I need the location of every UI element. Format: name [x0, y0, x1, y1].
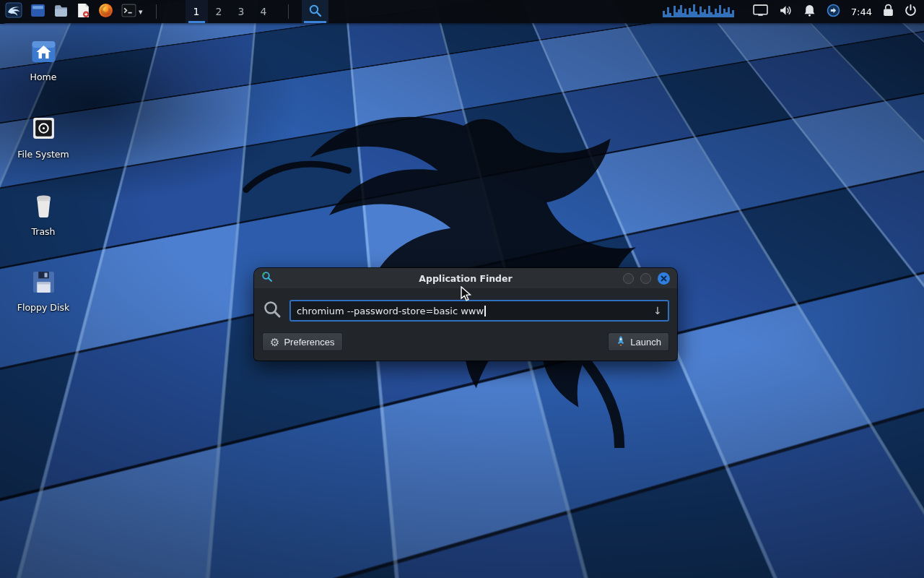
- desktop-icon-file-system[interactable]: File System: [12, 116, 75, 160]
- panel-separator: [288, 4, 289, 19]
- launcher-app-window[interactable]: [30, 0, 45, 23]
- taskbar-item-application-finder[interactable]: [302, 0, 328, 23]
- trash-icon: [32, 193, 55, 221]
- command-input[interactable]: chromium --password-store=basic www ↓: [289, 300, 669, 322]
- window-icon: [30, 3, 45, 21]
- close-button[interactable]: [658, 272, 670, 285]
- kali-logo-icon: [5, 1, 22, 22]
- chevron-down-icon[interactable]: ▾: [139, 7, 143, 17]
- home-icon: [30, 39, 57, 66]
- gear-icon: ⚙: [270, 337, 279, 348]
- preferences-button-label: Preferences: [284, 337, 334, 348]
- document-icon: [77, 3, 90, 21]
- desktop-icon-home[interactable]: Home: [12, 39, 75, 82]
- folder-icon: [53, 3, 69, 21]
- maximize-button[interactable]: [640, 273, 651, 284]
- window-title: Application Finder: [254, 273, 677, 284]
- notifications-bell-icon[interactable]: [803, 4, 816, 20]
- window-titlebar[interactable]: Application Finder: [254, 268, 677, 288]
- panel-right-group: 7:44: [661, 0, 924, 23]
- command-text: chromium --password-store=basic www: [297, 306, 484, 316]
- terminal-icon: [121, 3, 136, 21]
- launch-button-label: Launch: [630, 337, 661, 348]
- workspace-button-1[interactable]: 1: [186, 0, 208, 23]
- desktop-icon-label: Home: [30, 72, 57, 82]
- launcher-terminal[interactable]: ▾: [121, 0, 143, 23]
- lock-screen-icon[interactable]: [883, 4, 894, 20]
- drive-icon: [31, 116, 56, 144]
- launch-icon: [616, 336, 626, 348]
- workspace-button-4[interactable]: 4: [253, 0, 275, 23]
- floppy-disk-icon: [32, 270, 56, 297]
- minimize-button[interactable]: [623, 273, 634, 284]
- display-tray-icon[interactable]: [753, 4, 768, 20]
- desktop-icon-label: File System: [17, 149, 69, 160]
- history-dropdown-arrow-icon[interactable]: ↓: [648, 305, 662, 316]
- workspace-switcher: 1 2 3 4: [186, 0, 275, 23]
- logout-power-icon[interactable]: [905, 4, 917, 20]
- desktop-icon-label: Trash: [31, 226, 55, 237]
- button-row: ⚙ Preferences Launch: [262, 332, 669, 351]
- top-panel: ▾ 1 2 3 4 7:4: [0, 0, 924, 23]
- volume-icon[interactable]: [779, 4, 793, 20]
- window-controls: [623, 272, 670, 285]
- clock[interactable]: 7:44: [851, 7, 872, 17]
- launcher-file-manager[interactable]: [53, 0, 69, 23]
- panel-left-group: ▾ 1 2 3 4: [0, 0, 328, 23]
- launcher-firefox[interactable]: [98, 0, 113, 23]
- applications-menu-button[interactable]: [5, 0, 22, 23]
- application-finder-window: Application Finder chromium --password-s…: [254, 268, 677, 361]
- launch-button[interactable]: Launch: [608, 332, 669, 351]
- desktop-icon-trash[interactable]: Trash: [12, 193, 75, 237]
- network-monitor-graph: [661, 1, 742, 22]
- mouse-cursor: [460, 286, 474, 305]
- search-icon: [308, 4, 322, 20]
- desktop-icon-label: Floppy Disk: [17, 302, 69, 313]
- search-icon: [262, 299, 282, 322]
- workspace-button-3[interactable]: 3: [230, 0, 253, 23]
- update-notifier-icon[interactable]: [827, 4, 840, 20]
- firefox-icon: [98, 3, 113, 21]
- close-icon: [661, 275, 667, 282]
- desktop-icon-floppy-disk[interactable]: Floppy Disk: [12, 270, 75, 313]
- preferences-button[interactable]: ⚙ Preferences: [262, 332, 343, 351]
- kali-dragon-silhouette: [195, 72, 642, 448]
- desktop-icon-column: Home File System Trash Floppy Disk: [12, 39, 75, 313]
- workspace-button-2[interactable]: 2: [208, 0, 230, 23]
- text-caret: [484, 306, 486, 316]
- launcher-text-editor[interactable]: [77, 0, 90, 23]
- panel-separator: [156, 4, 157, 19]
